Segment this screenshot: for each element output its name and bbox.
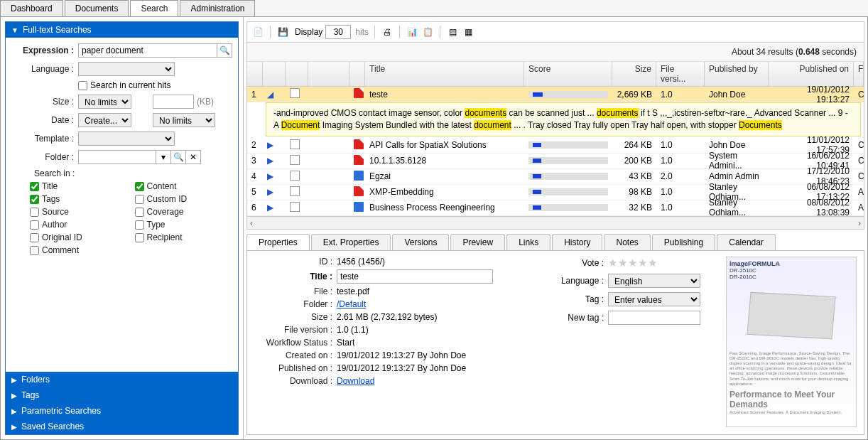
expand-icon[interactable]: ▶ <box>267 156 273 166</box>
date-type-select[interactable]: Create... <box>78 113 131 127</box>
date-limit-select[interactable]: No limits <box>153 113 215 127</box>
results-panel: 📄 💾 Display hits 🖨 📊 📋 ▤ ▦ About 34 resu… <box>244 17 867 439</box>
prop-newtag-input[interactable] <box>608 311 700 325</box>
acc-saved[interactable]: ▶Saved Searches <box>6 419 238 434</box>
tab-calendar[interactable]: Calendar <box>717 234 776 250</box>
chk-coverage[interactable] <box>135 208 144 217</box>
acc-parametric[interactable]: ▶Parametric Searches <box>6 403 238 419</box>
list-icon[interactable]: 📄 <box>251 26 264 38</box>
table-row[interactable]: 6▶Business Process Reengineering32 KB1.0… <box>247 200 864 216</box>
language-label: Language : <box>11 64 74 74</box>
doc-icon <box>354 171 364 181</box>
page-icon[interactable] <box>290 139 300 149</box>
view-grid-icon[interactable]: ▦ <box>462 26 474 38</box>
search-current-checkbox[interactable] <box>78 81 87 90</box>
page-icon[interactable] <box>290 202 300 212</box>
pdf-icon <box>354 186 364 196</box>
pdf-icon <box>354 88 364 98</box>
tab-history[interactable]: History <box>552 234 602 250</box>
page-icon[interactable] <box>290 88 300 98</box>
chevron-right-icon: ▶ <box>11 407 17 415</box>
export-csv-icon[interactable]: 📋 <box>421 26 434 38</box>
prop-download-link[interactable]: Download <box>337 376 374 386</box>
expand-icon[interactable]: ◢ <box>267 90 273 100</box>
chk-type[interactable] <box>135 220 144 230</box>
size-input[interactable] <box>153 95 194 109</box>
pdf-icon <box>354 155 364 165</box>
vote-stars[interactable]: ★★★★★ <box>608 257 658 269</box>
search-button[interactable]: 🔍 <box>217 43 232 58</box>
template-select[interactable] <box>78 132 175 146</box>
language-select[interactable] <box>78 62 175 76</box>
page-icon[interactable] <box>290 155 300 165</box>
document-preview: imageFORMULA DR-2510C DR-2010C Fast Scan… <box>726 257 857 427</box>
folder-clear-button[interactable]: ✕ <box>185 150 201 164</box>
export-icon[interactable]: 📊 <box>406 26 418 38</box>
prop-created: 19/01/2012 19:13:27 By John Doe <box>337 350 466 360</box>
properties-form: ID :1456 (1456/) Title : File :teste.pdf… <box>254 257 538 429</box>
expand-icon[interactable]: ▶ <box>267 187 273 197</box>
chk-comment[interactable] <box>30 246 39 255</box>
tab-versions[interactable]: Versions <box>392 234 449 250</box>
view-list-icon[interactable]: ▤ <box>446 26 459 38</box>
expression-label: Expression : <box>11 45 74 55</box>
size-select[interactable]: No limits <box>78 95 131 109</box>
tab-properties[interactable]: Properties <box>246 234 310 250</box>
acc-fulltext[interactable]: ▼Full-text Searches <box>6 22 238 38</box>
prop-tag-select[interactable]: Enter values <box>608 292 700 306</box>
tab-links[interactable]: Links <box>506 234 550 250</box>
chevron-down-icon: ▼ <box>11 26 18 34</box>
folder-label: Folder : <box>11 152 74 162</box>
chk-title[interactable] <box>30 182 39 191</box>
results-info: About 34 results (0.648 seconds) <box>246 43 864 62</box>
tab-dashboard[interactable]: Dashboard <box>0 0 63 16</box>
prop-id: 1456 (1456/) <box>337 257 385 267</box>
chk-content[interactable] <box>135 182 144 191</box>
chk-recipient[interactable] <box>135 233 144 242</box>
page-icon[interactable] <box>290 186 300 196</box>
detail-tabs: Properties Ext. Properties Versions Prev… <box>246 234 864 251</box>
prop-folder-link[interactable]: /Default <box>337 299 366 309</box>
expand-icon[interactable]: ▶ <box>267 140 273 150</box>
folder-input[interactable] <box>78 150 156 164</box>
date-label: Date : <box>11 115 74 125</box>
chk-author[interactable] <box>30 220 39 230</box>
prop-title-input[interactable] <box>337 269 493 284</box>
search-in-label: Search in : <box>34 168 232 178</box>
tab-notes[interactable]: Notes <box>604 234 650 250</box>
acc-folders[interactable]: ▶Folders <box>6 372 238 387</box>
display-count-input[interactable] <box>325 25 351 39</box>
tab-search[interactable]: Search <box>130 0 178 16</box>
pagination-bar: ‹ › <box>247 216 864 229</box>
chk-originalid[interactable] <box>30 233 39 242</box>
pdf-icon <box>354 139 364 149</box>
tab-preview[interactable]: Preview <box>450 234 505 250</box>
tab-extproperties[interactable]: Ext. Properties <box>311 234 391 250</box>
sidebar: ▼Full-text Searches Expression : 🔍 Langu… <box>1 17 244 439</box>
page-next-icon[interactable]: › <box>858 218 861 228</box>
save-icon[interactable]: 💾 <box>276 26 289 38</box>
search-icon: 🔍 <box>219 45 230 55</box>
prop-language-select[interactable]: English <box>608 274 700 288</box>
acc-tags[interactable]: ▶Tags <box>6 387 238 403</box>
chevron-right-icon: ▶ <box>11 423 17 431</box>
chevron-right-icon: ▶ <box>11 376 17 384</box>
expand-icon[interactable]: ▶ <box>267 203 273 213</box>
chk-tags[interactable] <box>30 195 39 204</box>
tab-publishing[interactable]: Publishing <box>652 234 715 250</box>
page-icon[interactable] <box>290 171 300 181</box>
chk-source[interactable] <box>30 208 39 217</box>
tab-documents[interactable]: Documents <box>65 0 129 16</box>
results-toolbar: 📄 💾 Display hits 🖨 📊 📋 ▤ ▦ <box>246 21 864 43</box>
doc-icon <box>354 202 364 212</box>
folder-dropdown-button[interactable]: ▾ <box>156 150 171 164</box>
page-prev-icon[interactable]: ‹ <box>250 218 253 228</box>
prop-published: 19/01/2012 19:13:27 By John Doe <box>337 363 466 373</box>
expand-icon[interactable]: ▶ <box>267 171 273 181</box>
table-row[interactable]: 1◢teste2,669 KB1.0John Doe19/01/2012 19:… <box>247 87 864 102</box>
chk-customid[interactable] <box>135 195 144 204</box>
folder-browse-button[interactable]: 🔍 <box>170 150 186 164</box>
tab-administration[interactable]: Administration <box>180 0 255 16</box>
expression-input[interactable] <box>78 43 217 58</box>
print-icon[interactable]: 🖨 <box>381 26 394 38</box>
